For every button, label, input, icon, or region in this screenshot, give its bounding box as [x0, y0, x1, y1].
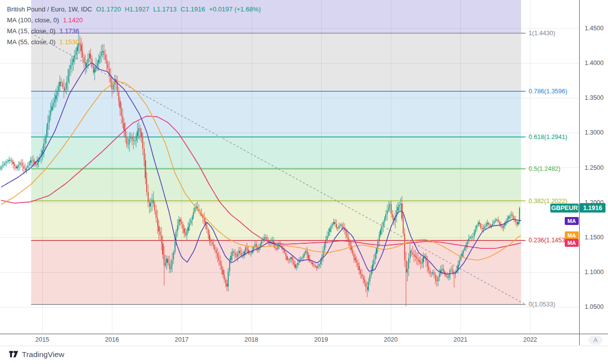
fib-bands: [31, 0, 521, 304]
year-tick-label: 2016: [102, 336, 122, 343]
price-tick-label: 1.4500: [585, 25, 604, 32]
price-tick-label: 1.3000: [585, 129, 604, 136]
price-tick-label: 1.4000: [585, 60, 604, 67]
ma-price-scale-badge[interactable]: MA: [565, 231, 579, 239]
price-tick-label: 1.3500: [585, 94, 604, 101]
fib-level-label: 0.5(1.2482): [528, 165, 560, 172]
footer: TradingView: [0, 346, 608, 364]
price-tick-label: 1.1000: [585, 269, 604, 276]
year-tick-label: 2019: [311, 336, 331, 343]
symbol-price-label-badge[interactable]: GBPEUR: [550, 204, 579, 213]
fib-level-label: 0.236(1.1453): [528, 237, 567, 244]
fib-level-label: 0(1.0533): [528, 301, 555, 308]
auto-scale-button[interactable]: A: [589, 336, 603, 345]
fib-level-label: 0.618(1.2941): [528, 134, 567, 141]
time-scale[interactable]: A 20152016201720182019202020212022: [0, 334, 608, 346]
year-tick-label: 2018: [242, 336, 261, 343]
tradingview-logo-text: TradingView: [22, 350, 64, 359]
year-tick-label: 2015: [32, 336, 52, 343]
year-tick-label: 2017: [172, 336, 191, 343]
fib-level-label: 1(1.4430): [528, 30, 555, 37]
price-scale[interactable]: 1.45001.40001.35001.30001.25001.20001.15…: [580, 0, 608, 334]
ma-price-scale-badge[interactable]: MA: [565, 217, 579, 225]
price-tick-label: 1.2500: [585, 164, 604, 171]
chart-canvas[interactable]: 1(1.4430)0.786(1.3596)0.618(1.2941)0.5(1…: [0, 0, 579, 334]
year-tick-label: 2021: [450, 336, 470, 343]
tradingview-chart-widget: 1(1.4430)0.786(1.3596)0.618(1.2941)0.5(1…: [0, 0, 608, 364]
year-tick-label: 2020: [381, 336, 401, 343]
year-tick-label: 2022: [520, 336, 540, 343]
tradingview-logo-icon: [9, 351, 18, 359]
fib-level-label: 0.786(1.3596): [528, 88, 567, 95]
last-price-badge[interactable]: 1.1916: [580, 203, 606, 213]
price-tick-label: 1.0500: [585, 303, 604, 310]
chart-pane[interactable]: 1(1.4430)0.786(1.3596)0.618(1.2941)0.5(1…: [0, 0, 579, 334]
price-scale-border: [579, 0, 580, 345]
price-tick-label: 1.1500: [585, 234, 604, 241]
ma-price-scale-badge[interactable]: MA: [565, 239, 579, 247]
fib-level-labels: 1(1.4430)0.786(1.3596)0.618(1.2941)0.5(1…: [528, 30, 567, 308]
tradingview-logo[interactable]: TradingView: [9, 350, 64, 359]
